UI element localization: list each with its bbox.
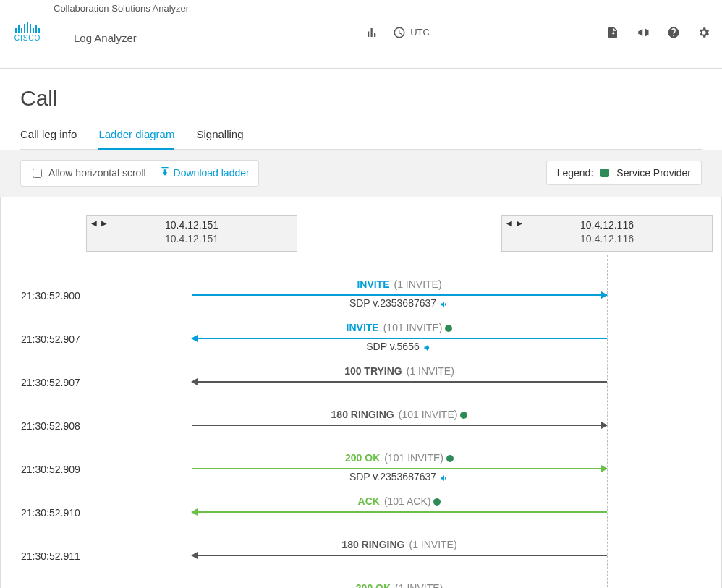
message-row[interactable]: 21:30:52.911180 RINGING(1 INVITE) — [21, 537, 701, 581]
message-hint: (101 INVITE) — [383, 322, 443, 333]
ladder-toolbar: Allow horizontal scroll Download ladder … — [0, 150, 722, 197]
message-hint: (1 INVITE) — [409, 539, 457, 550]
timestamp: 21:30:52.907 — [21, 364, 122, 388]
help-button[interactable] — [667, 26, 680, 39]
message-row[interactable]: 21:30:52.907100 TRYING(1 INVITE) — [21, 364, 701, 407]
suite-title: Collaboration Solutions Analyzer — [54, 3, 189, 14]
legend: Legend: Service Provider — [546, 161, 702, 185]
message-row[interactable]: 21:30:52.910ACK(101 ACK) — [21, 494, 701, 537]
arrow-left-icon — [192, 338, 607, 339]
allow-horizontal-scroll-checkbox[interactable] — [33, 169, 42, 178]
arrow-left-icon — [192, 381, 607, 383]
page-title: Call — [20, 86, 702, 111]
tab-ladder-diagram[interactable]: Ladder diagram — [98, 128, 174, 150]
service-provider-dot-icon — [460, 412, 467, 419]
cisco-logo-text: CISCO — [14, 34, 41, 42]
node-b-subtitle: 10.4.12.116 — [502, 232, 712, 247]
message-hint: (1 INVITE) — [395, 582, 443, 588]
allow-horizontal-scroll-label: Allow horizontal scroll — [48, 167, 146, 179]
timestamp: 21:30:52.908 — [21, 407, 122, 432]
topbar: CISCO Collaboration Solutions Analyzer L… — [0, 0, 722, 69]
message-label: 200 OK(101 INVITE) — [192, 452, 607, 464]
message-label: INVITE(1 INVITE) — [192, 278, 607, 290]
arrow-left-icon — [192, 555, 607, 556]
page-body: Call Call leg info Ladder diagram Signal… — [0, 69, 722, 588]
app-page-title: Log Analyzer — [54, 14, 189, 62]
arrow-zone: 200 OK(1 INVITE)SDP v.2218 — [192, 581, 607, 588]
timestamp: 21:30:52.909 — [21, 451, 122, 475]
node-next-icon[interactable]: ▶ — [517, 218, 522, 229]
message-label: 100 TRYING(1 INVITE) — [192, 365, 607, 377]
message-sub-label: SDP v.2353687637 — [192, 297, 607, 309]
service-provider-dot-icon — [445, 325, 452, 332]
stats-button[interactable] — [365, 26, 378, 39]
sdp-text: SDP v.2353687637 — [349, 297, 436, 309]
message-label: ACK(101 ACK) — [192, 495, 607, 507]
message-method: 180 RINGING — [341, 539, 404, 550]
node-next-icon[interactable]: ▶ — [101, 218, 107, 229]
message-row[interactable]: 21:30:52.900INVITE(1 INVITE)SDP v.235368… — [21, 277, 701, 320]
node-b-nav: ◀ ▶ — [506, 218, 522, 229]
download-report-button[interactable] — [606, 26, 619, 39]
question-icon — [667, 26, 680, 39]
message-label: 200 OK(1 INVITE) — [192, 582, 607, 588]
cisco-logo-bars-icon — [15, 22, 40, 33]
message-label: INVITE(101 INVITE) — [192, 322, 607, 333]
node-a-nav: ◀ ▶ — [91, 218, 107, 229]
message-method: 100 TRYING — [344, 365, 402, 377]
message-hint: (101 ACK) — [384, 495, 431, 507]
legend-label: Legend: — [557, 167, 594, 179]
legend-swatch-icon — [600, 169, 609, 177]
message-label: 180 RINGING(101 INVITE) — [192, 409, 607, 420]
message-sub-label: SDP v.2353687637 — [192, 471, 607, 482]
timestamp: 21:30:52.910 — [21, 494, 122, 519]
settings-button[interactable] — [697, 26, 710, 39]
arrow-right-icon — [192, 468, 607, 469]
message-method: INVITE — [357, 278, 389, 290]
allow-horizontal-scroll-toggle[interactable]: Allow horizontal scroll — [30, 166, 146, 180]
audio-icon — [439, 473, 449, 482]
timezone-button[interactable]: UTC — [393, 26, 430, 39]
node-prev-icon[interactable]: ◀ — [506, 218, 512, 229]
cisco-logo: CISCO — [12, 22, 43, 42]
message-hint: (101 INVITE) — [399, 409, 458, 420]
arrow-left-icon — [192, 511, 607, 513]
message-sub-label: SDP v.5656 — [192, 341, 607, 352]
node-a[interactable]: ◀ ▶ 10.4.12.151 10.4.12.151 — [86, 215, 297, 252]
timestamp: 21:30:52.916 — [21, 581, 122, 588]
file-download-icon — [606, 26, 619, 39]
message-method: 180 RINGING — [331, 409, 394, 420]
arrow-zone: 180 RINGING(101 INVITE) — [192, 407, 607, 451]
message-row[interactable]: 21:30:52.907INVITE(101 INVITE)SDP v.5656 — [21, 320, 701, 364]
service-provider-dot-icon — [446, 455, 454, 462]
audio-icon — [422, 343, 433, 351]
node-b-title: 10.4.12.116 — [502, 218, 712, 233]
timestamp: 21:30:52.911 — [21, 537, 122, 562]
arrow-right-icon — [192, 294, 607, 296]
message-hint: (1 INVITE) — [407, 365, 454, 377]
tab-call-leg-info[interactable]: Call leg info — [20, 128, 77, 149]
message-row[interactable]: 21:30:52.908180 RINGING(101 INVITE) — [21, 407, 701, 451]
ladder-panel: ◀ ▶ 10.4.12.151 10.4.12.151 ◀ ▶ 10.4.12.… — [0, 197, 722, 588]
message-row[interactable]: 21:30:52.909200 OK(101 INVITE)SDP v.2353… — [21, 451, 701, 494]
gear-icon — [697, 26, 710, 39]
node-prev-icon[interactable]: ◀ — [91, 218, 97, 229]
download-ladder-link[interactable]: Download ladder — [159, 167, 250, 179]
node-a-subtitle: 10.4.12.151 — [87, 232, 297, 247]
tab-signalling[interactable]: Signalling — [196, 128, 243, 149]
audio-icon — [439, 299, 449, 308]
arrow-zone: INVITE(1 INVITE)SDP v.2353687637 — [192, 277, 607, 320]
arrow-zone: 180 RINGING(1 INVITE) — [192, 537, 607, 581]
node-b[interactable]: ◀ ▶ 10.4.12.116 10.4.12.116 — [501, 215, 713, 252]
download-ladder-label: Download ladder — [174, 167, 250, 179]
app-titles: Collaboration Solutions Analyzer Log Ana… — [54, 3, 189, 62]
timezone-label: UTC — [410, 27, 430, 38]
message-row[interactable]: 21:30:52.916200 OK(1 INVITE)SDP v.2218 — [21, 581, 701, 588]
content-tabs: Call leg info Ladder diagram Signalling — [20, 128, 702, 150]
service-provider-dot-icon — [433, 498, 441, 506]
announcements-button[interactable] — [637, 26, 650, 39]
message-hint: (101 INVITE) — [384, 452, 443, 464]
clock-icon — [393, 26, 406, 39]
message-method: ACK — [358, 495, 380, 507]
message-method: INVITE — [347, 322, 379, 333]
